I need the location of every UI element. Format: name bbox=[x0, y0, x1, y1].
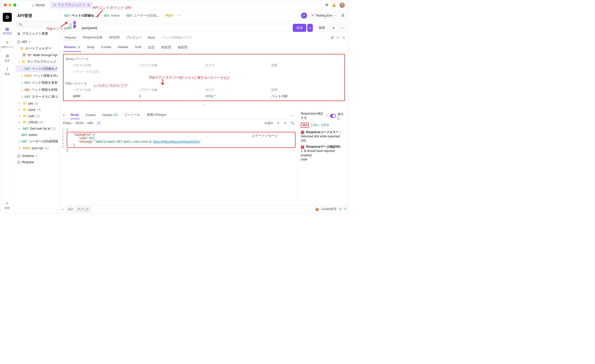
tab-post[interactable]: POST bbox=[163, 13, 176, 19]
collapse-handle[interactable]: ⋯ bbox=[63, 103, 345, 107]
tree-folder-pet[interactable]: ▸📁 pet (3) bbox=[16, 100, 58, 107]
resp-tab-console[interactable]: コンソール bbox=[123, 111, 141, 119]
info-icon[interactable]: ⓘ bbox=[326, 114, 329, 118]
tree-api-jsonrpc[interactable]: ▸POST json-rpc (1) bbox=[16, 145, 58, 151]
search-input[interactable] bbox=[16, 21, 67, 28]
path-param-row[interactable]: petId 1 string * ペットのID bbox=[65, 93, 342, 100]
tab-pet-detail[interactable]: GET ペットの詳細を... bbox=[61, 12, 100, 20]
collapse-icon[interactable]: ▾ bbox=[63, 113, 65, 117]
cookie-icon[interactable]: 🍪 bbox=[315, 208, 319, 211]
home-tab[interactable]: ⌂ Home bbox=[32, 3, 45, 7]
reqtab-settings[interactable]: 設定 bbox=[148, 44, 155, 52]
project-tab[interactable]: ↗ マイプロジェクト ✕ bbox=[50, 2, 93, 8]
search-icon[interactable]: 🔍 bbox=[290, 121, 294, 125]
tshirt-icon[interactable]: 👕 bbox=[338, 208, 342, 211]
tree-walkthrough[interactable]: M 🐶 Walk through Apidog bbox=[16, 52, 58, 58]
tree-folder-user[interactable]: ▸📁 user (7) bbox=[16, 113, 58, 119]
tree-api-get-status[interactable]: ▸GET ステータスに基づい... (3) bbox=[16, 93, 58, 100]
reqtab-header[interactable]: Header bbox=[117, 44, 129, 52]
more-icon[interactable]: ⋯ bbox=[291, 113, 294, 117]
tree-api-notion[interactable]: GET notion bbox=[16, 132, 58, 138]
mode-debug[interactable]: デバッグ bbox=[76, 207, 91, 212]
tree-api-getuser[interactable]: ▸GET Get user by id (1) bbox=[16, 125, 58, 132]
query-param-add-row[interactable]: パラメータを追加 bbox=[65, 68, 342, 75]
tree-folder-root[interactable]: 📁 ルートフォルダー bbox=[16, 45, 58, 52]
rail-api[interactable]: ▦ API管理 bbox=[3, 26, 12, 35]
tab-notion[interactable]: GET notion bbox=[101, 12, 122, 19]
tree-api-put-pet[interactable]: ▸PUT ペット情報を更新す... (2) bbox=[16, 79, 58, 86]
resp-tab-header[interactable]: Header 15 bbox=[102, 112, 118, 119]
code-icon[interactable]: </> bbox=[336, 36, 340, 39]
resp-tab-body[interactable]: Body bbox=[70, 111, 80, 119]
schema-section[interactable]: ◫ Schema ▼ bbox=[16, 153, 58, 159]
url-input[interactable]: /pet/{petId} bbox=[79, 24, 291, 32]
format-utf8[interactable]: utf8 ▾ bbox=[87, 121, 94, 125]
link-icon[interactable]: 🔗 bbox=[330, 36, 334, 39]
wrap-icon[interactable]: ⤶ bbox=[97, 121, 101, 125]
reqtab-params[interactable]: Params 1 bbox=[63, 44, 81, 52]
delete-icon[interactable]: 🗑 bbox=[342, 36, 345, 39]
extract-button[interactable]: ⧉ 抽出 bbox=[265, 121, 273, 125]
resp-tab-actual[interactable]: 実際のReque bbox=[146, 111, 167, 119]
save-dropdown[interactable]: ▾ bbox=[331, 24, 336, 32]
label: store bbox=[28, 108, 36, 112]
tree-folder-store[interactable]: ▸📁 store (4) bbox=[16, 107, 58, 113]
env-selector[interactable]: Te Testing Env ▾ bbox=[309, 12, 338, 19]
rail-invite[interactable]: + 招待 bbox=[5, 201, 10, 210]
tree-api-post-pet[interactable]: ▸POST ペット情報を作成す... (1) bbox=[16, 72, 58, 79]
tree-api-del-pet[interactable]: ▸DEL ペット情報を削除す... (1) bbox=[16, 86, 58, 93]
format-json[interactable]: JSON ▾ bbox=[75, 121, 85, 125]
env-prefix: Te bbox=[311, 14, 314, 17]
tree-sample-project[interactable]: ▾ 📁 サンプルプロジェクト (5) bbox=[16, 58, 58, 65]
collapse-left-icon[interactable]: « bbox=[62, 208, 64, 211]
help-icon[interactable]: ? bbox=[344, 208, 346, 211]
rail-autotest[interactable]: ≡ 自動テスト bbox=[1, 40, 14, 49]
gear-icon[interactable]: ⚙ bbox=[325, 3, 328, 7]
subtab-mock[interactable]: Mock bbox=[146, 35, 157, 40]
rail-settings[interactable]: ⚙ 設定 bbox=[5, 53, 10, 62]
copy-icon[interactable]: ⧉ bbox=[283, 121, 287, 125]
mode-segment[interactable]: 設計 デバッグ bbox=[66, 206, 91, 212]
rail-share[interactable]: ⤴ 共有 bbox=[5, 67, 10, 76]
tree-api-userdetail[interactable]: ▸GET ユーザーの詳細情報 (1) bbox=[16, 138, 58, 145]
reqtab-body[interactable]: Body bbox=[87, 44, 95, 52]
send-dropdown[interactable]: ▾ bbox=[307, 24, 313, 32]
col-value: パラメータ値 bbox=[139, 88, 203, 92]
reqtab-auth[interactable]: Auth bbox=[134, 44, 142, 52]
subtab-api-desc[interactable]: API説明 bbox=[107, 34, 122, 41]
window-traffic-lights[interactable] bbox=[4, 4, 16, 7]
reqtab-post[interactable]: 後処理 bbox=[177, 44, 188, 52]
tree-api-get-pet[interactable]: ▸ GET ペットの詳細をクエ... (6) bbox=[16, 65, 58, 72]
request-section[interactable]: ◫ Request bbox=[16, 159, 58, 165]
avatar[interactable] bbox=[339, 2, 345, 8]
download-icon[interactable]: ⬇ bbox=[276, 121, 280, 125]
verify-toggle[interactable] bbox=[330, 114, 336, 118]
mode-design[interactable]: 設計 bbox=[66, 207, 76, 212]
refresh-button[interactable]: ⟳ bbox=[301, 13, 307, 19]
close-icon[interactable]: ✕ bbox=[87, 3, 90, 7]
tabs-more-icon[interactable]: ⋯ bbox=[177, 14, 180, 17]
more-button[interactable]: ⋯ bbox=[338, 24, 346, 32]
reqtab-cookie[interactable]: Cookie bbox=[101, 44, 112, 52]
cookie-mgmt[interactable]: Cookie管理 bbox=[321, 207, 336, 211]
method: GET bbox=[104, 14, 109, 17]
label: ステータスに基づい... bbox=[32, 95, 58, 99]
save-button[interactable]: 保存 bbox=[315, 24, 329, 32]
label: ペット情報を削除す... bbox=[32, 87, 58, 92]
bell-icon[interactable]: 🔔 bbox=[332, 3, 336, 7]
api-root[interactable]: ◫ API ▼ bbox=[16, 39, 58, 45]
tree-folder-crud[interactable]: ▸📁 CRUD (4) bbox=[16, 119, 58, 125]
resp-tab-cookie[interactable]: Cookie bbox=[85, 112, 96, 119]
m-icon: M bbox=[22, 53, 26, 57]
format-pretty[interactable]: Pretty ▾ bbox=[63, 121, 72, 125]
reqtab-pre[interactable]: 前処理 bbox=[161, 44, 172, 52]
label: CRUD bbox=[28, 120, 38, 124]
tab-user-detail[interactable]: GET ユーザーの詳細... bbox=[124, 12, 162, 19]
annotation-error: エラーメッセージ bbox=[251, 133, 278, 138]
panel-toggle[interactable]: ☰ bbox=[339, 12, 346, 19]
subtab-response-def[interactable]: Response定義 bbox=[81, 34, 104, 41]
project-overview[interactable]: 🗎 プロジェクト概要 bbox=[16, 30, 58, 37]
subtab-request[interactable]: Request bbox=[62, 35, 78, 41]
subtab-preview[interactable]: プレビュー bbox=[124, 34, 143, 41]
send-button[interactable]: 送信 bbox=[293, 24, 306, 32]
